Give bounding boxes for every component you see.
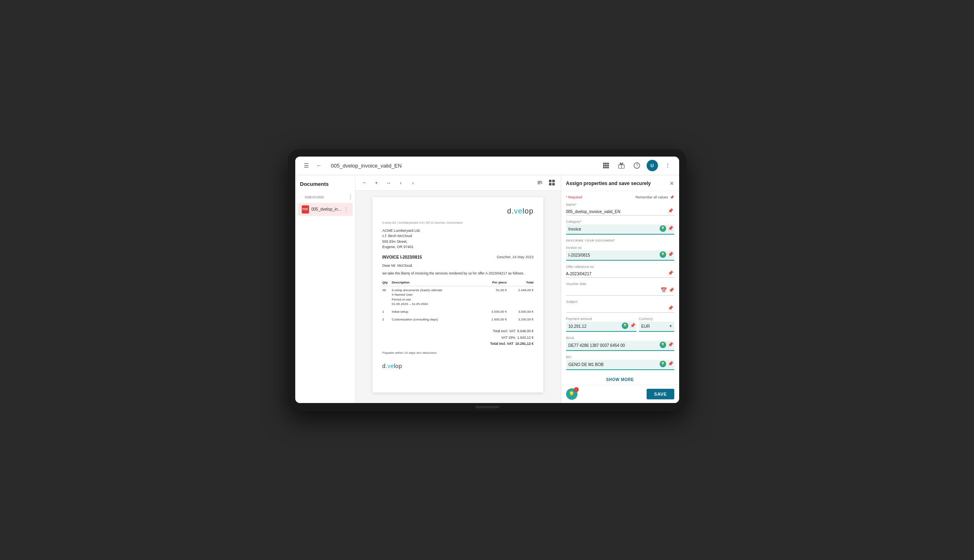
sidebar-item-more-icon[interactable]: ⋮ [344, 207, 349, 212]
col-per-piece: Per piece [480, 281, 507, 286]
invoice-brand-logo: d.velop [382, 207, 534, 216]
sidebar-item-invoice[interactable]: PDF 005_dvelop_invoic... ⋮ [298, 203, 353, 216]
payment-ai-icon[interactable]: 💡 [622, 322, 628, 329]
menu-icon[interactable]: ☰ [301, 160, 312, 171]
page-title: 005_dvelop_invoice_valid_EN [331, 163, 596, 169]
help-icon[interactable]: ? [631, 160, 643, 171]
invoice-totals: Total excl. VAT 8.648,00 € VAT 19% 1.643… [382, 328, 534, 347]
category-pin-icon[interactable]: 📌 [668, 226, 673, 231]
back-arrow-button[interactable]: ← [316, 162, 322, 169]
fit-width-button[interactable]: ↔ [384, 178, 394, 187]
ai-notification-button[interactable]: 💡 ! [566, 388, 577, 400]
bic-field-group: BIC 💡 📌 [566, 355, 674, 370]
svg-rect-8 [607, 167, 609, 168]
gift-icon[interactable] [616, 160, 627, 171]
name-pin-icon[interactable]: 📌 [668, 208, 673, 214]
offer-ref-pin-icon[interactable]: 📌 [668, 270, 673, 276]
currency-field-group: Currency EUR USD GBP ▼ [639, 317, 674, 332]
invoice-no-pin-icon[interactable]: 📌 [668, 252, 673, 257]
invoice-no-actions: 💡 📌 [660, 251, 673, 258]
svg-rect-7 [605, 167, 607, 168]
name-field-actions: 📌 [668, 208, 673, 214]
svg-rect-19 [549, 183, 551, 185]
bic-label: BIC [566, 355, 674, 359]
next-page-button[interactable]: › [408, 178, 418, 187]
row3-per-piece: 1.600,00 € [480, 316, 507, 323]
name-label: Name* [566, 203, 674, 207]
show-more-button[interactable]: SHOW MORE [566, 374, 674, 384]
panel-title: Assign properties and save securely [566, 181, 669, 186]
invoice-no-input[interactable] [566, 251, 674, 261]
remember-all-option[interactable]: Remember all values 📌 [636, 195, 674, 199]
top-bar-icons: ? U ⋮ [600, 160, 673, 171]
invoice-no-ai-icon[interactable]: 💡 [660, 251, 666, 258]
prev-page-button[interactable]: ‹ [396, 178, 406, 187]
currency-label: Currency [639, 317, 674, 321]
iban-pin-icon[interactable]: 📌 [668, 342, 673, 347]
invoice-recipient: ACME Lumberyard Ltd. c.f. Birch McCloud … [382, 228, 534, 250]
category-label: Category* [566, 220, 674, 224]
user-avatar[interactable]: U [647, 160, 658, 171]
svg-rect-18 [552, 180, 555, 182]
subject-pin-icon[interactable]: 📌 [668, 305, 673, 311]
name-input[interactable] [566, 208, 674, 216]
bic-ai-icon[interactable]: 💡 [660, 361, 666, 367]
category-select[interactable]: Invoice [566, 224, 674, 235]
table-row: 1 Initial setup 3.000,00 € 3.000,00 € [382, 308, 534, 316]
invoice-no-label: Invoice no [566, 246, 674, 250]
svg-text:?: ? [636, 163, 638, 168]
close-panel-button[interactable]: ✕ [669, 180, 674, 187]
calendar-icon[interactable]: 📅 [660, 287, 667, 293]
name-field-group: Name* 📌 [566, 203, 674, 216]
svg-rect-0 [603, 163, 605, 164]
payment-amount-actions: 💡 📌 [622, 322, 636, 329]
svg-rect-5 [607, 165, 609, 166]
payment-row: Payment amount 💡 📌 Currency [566, 317, 674, 336]
invoice-sender: d.velop AG | Schildarpstraße 6-8 | 48712… [382, 221, 534, 224]
sidebar: Documents INBOUND ⋮ PDF 005_dvelop_invoi… [295, 175, 355, 403]
row2-qty: 1 [382, 308, 392, 316]
describe-section-label: DESCRIBE YOUR DOCUMENT [566, 239, 674, 242]
bic-input[interactable] [566, 360, 674, 370]
subject-input[interactable] [566, 305, 674, 313]
offer-ref-input[interactable] [566, 270, 674, 278]
document-content: d.velop d.velop AG | Schildarpstraße 6-8… [355, 191, 561, 403]
table-row: 48 d.velop documents (SaaS) ultimate4 Na… [382, 286, 534, 308]
more-options-icon[interactable]: ⋮ [662, 160, 673, 171]
svg-rect-6 [603, 167, 605, 168]
offer-ref-actions: 📌 [668, 270, 673, 276]
pdf-icon: PDF [302, 205, 309, 214]
sidebar-section-label: INBOUND [300, 193, 329, 201]
payment-amount-field-group: Payment amount 💡 📌 [566, 317, 636, 332]
iban-label: IBAN [566, 336, 674, 340]
svg-rect-4 [605, 165, 607, 166]
category-field-group: Category* Invoice ▼ 💡 📌 [566, 220, 674, 235]
payment-pin-icon[interactable]: 📌 [630, 323, 636, 328]
view-mode-icon[interactable] [547, 178, 557, 187]
voucher-date-input[interactable] [566, 287, 660, 294]
panel-meta-row: * Required Remember all values 📌 [566, 195, 674, 199]
bic-pin-icon[interactable]: 📌 [668, 361, 673, 366]
main-layout: Documents INBOUND ⋮ PDF 005_dvelop_invoi… [295, 175, 679, 403]
row2-per-piece: 3.000,00 € [480, 308, 507, 316]
iban-input[interactable] [566, 341, 674, 351]
category-ai-icon[interactable]: 💡 [660, 225, 666, 232]
zoom-out-button[interactable]: − [360, 178, 369, 187]
grid-icon[interactable] [600, 160, 612, 171]
voucher-date-pin-icon[interactable]: 📌 [669, 288, 674, 293]
row1-qty: 48 [382, 286, 392, 308]
sidebar-more-icon[interactable]: ⋮ [348, 194, 353, 200]
sidebar-item-filename: 005_dvelop_invoic... [312, 207, 344, 211]
table-row: 2 Customization (consulting days) 1.600,… [382, 316, 534, 323]
invoice-date: Gescher, 24 May 2023 [497, 255, 534, 259]
iban-ai-icon[interactable]: 💡 [660, 342, 666, 348]
laptop-screen: ☰ ← 005_dvelop_invoice_valid_EN ? U ⋮ [295, 157, 679, 403]
sort-icon[interactable] [535, 178, 545, 187]
invoice-brand-footer: d.velop [382, 363, 534, 369]
row1-desc: d.velop documents (SaaS) ultimate4 Named… [392, 286, 480, 308]
currency-select[interactable]: EUR USD GBP [639, 322, 674, 332]
voucher-date-field-group: Voucher date 📅 📌 [566, 282, 674, 296]
invoice-table: Qty Description Per piece Total 48 [382, 281, 534, 323]
save-button[interactable]: SAVE [647, 389, 674, 399]
zoom-in-button[interactable]: + [372, 178, 381, 187]
